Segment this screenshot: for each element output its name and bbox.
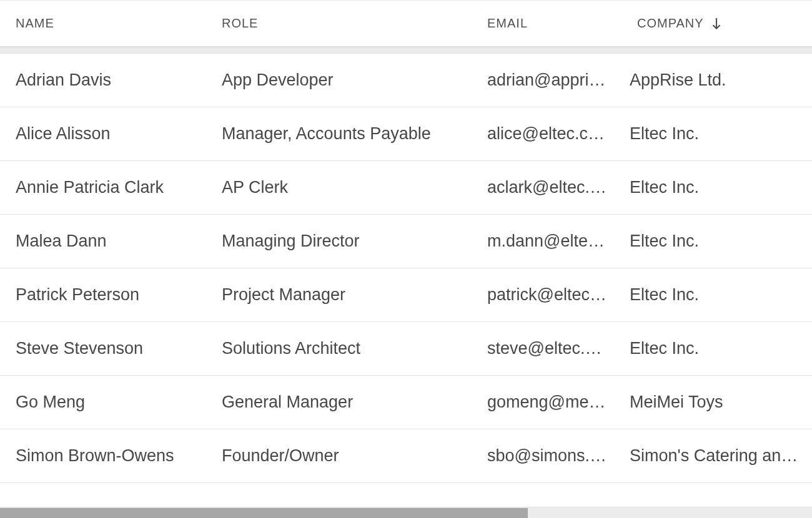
cell-email: steve@eltec.com xyxy=(472,339,614,358)
table-header-row: Name Role Email Company xyxy=(0,1,812,47)
cell-name: Simon Brown-Owens xyxy=(0,446,206,466)
column-header-company[interactable]: Company xyxy=(621,16,812,31)
cell-name: Annie Patricia Clark xyxy=(0,178,206,197)
cell-role: Project Manager xyxy=(206,285,472,305)
cell-email: alice@eltec.com xyxy=(472,124,614,144)
column-header-name[interactable]: Name xyxy=(0,16,206,31)
cell-email: m.dann@eltec.com xyxy=(472,232,614,251)
cell-email: sbo@simons.example xyxy=(472,446,614,466)
cell-name: Malea Dann xyxy=(0,232,206,251)
cell-name: Go Meng xyxy=(0,393,206,412)
table-body: Adrian Davis App Developer adrian@appris… xyxy=(0,54,812,507)
table-row[interactable]: Alice Alisson Manager, Accounts Payable … xyxy=(0,107,812,161)
cell-company: AppRise Ltd. xyxy=(614,71,812,90)
cell-role: App Developer xyxy=(206,71,472,90)
cell-company: Eltec Inc. xyxy=(614,232,812,251)
horizontal-scrollbar-track[interactable] xyxy=(0,507,812,518)
cell-company: MeiMei Toys xyxy=(614,393,812,412)
cell-company: Eltec Inc. xyxy=(614,124,812,144)
column-header-email[interactable]: Email xyxy=(472,16,621,31)
contacts-table: Name Role Email Company Adrian Davis App… xyxy=(0,0,812,518)
table-row[interactable]: Adrian Davis App Developer adrian@appris… xyxy=(0,54,812,107)
column-header-label: Name xyxy=(16,16,54,31)
cell-company: Eltec Inc. xyxy=(614,285,812,305)
column-header-label: Company xyxy=(637,16,704,31)
cell-name: Steve Stevenson xyxy=(0,339,206,358)
table-row[interactable]: Annie Patricia Clark AP Clerk aclark@elt… xyxy=(0,161,812,215)
table-row[interactable]: Simon Brown-Owens Founder/Owner sbo@simo… xyxy=(0,429,812,483)
column-header-label: Email xyxy=(487,16,528,31)
cell-role: Manager, Accounts Payable xyxy=(206,124,472,144)
cell-email: gomeng@meitoys.example xyxy=(472,393,614,412)
column-header-label: Role xyxy=(222,16,258,31)
cell-name: Patrick Peterson xyxy=(0,285,206,305)
sort-arrow-down-icon xyxy=(711,17,721,30)
header-separator xyxy=(0,47,812,54)
table-row[interactable]: Patrick Peterson Project Manager patrick… xyxy=(0,268,812,322)
cell-name: Alice Alisson xyxy=(0,124,206,144)
cell-company: Eltec Inc. xyxy=(614,178,812,197)
cell-role: AP Clerk xyxy=(206,178,472,197)
cell-role: Founder/Owner xyxy=(206,446,472,466)
table-row[interactable]: Steve Stevenson Solutions Architect stev… xyxy=(0,322,812,376)
horizontal-scrollbar-thumb[interactable] xyxy=(0,508,528,518)
cell-role: Solutions Architect xyxy=(206,339,472,358)
cell-email: adrian@apprise.example xyxy=(472,71,614,90)
cell-company: Simon's Catering and Co. xyxy=(614,446,812,466)
cell-role: General Manager xyxy=(206,393,472,412)
table-row[interactable]: Malea Dann Managing Director m.dann@elte… xyxy=(0,215,812,268)
cell-company: Eltec Inc. xyxy=(614,339,812,358)
cell-email: patrick@eltec.com xyxy=(472,285,614,305)
cell-name: Adrian Davis xyxy=(0,71,206,90)
table-row[interactable]: Go Meng General Manager gomeng@meitoys.e… xyxy=(0,376,812,429)
cell-email: aclark@eltec.com xyxy=(472,178,614,197)
column-header-role[interactable]: Role xyxy=(206,16,472,31)
cell-role: Managing Director xyxy=(206,232,472,251)
